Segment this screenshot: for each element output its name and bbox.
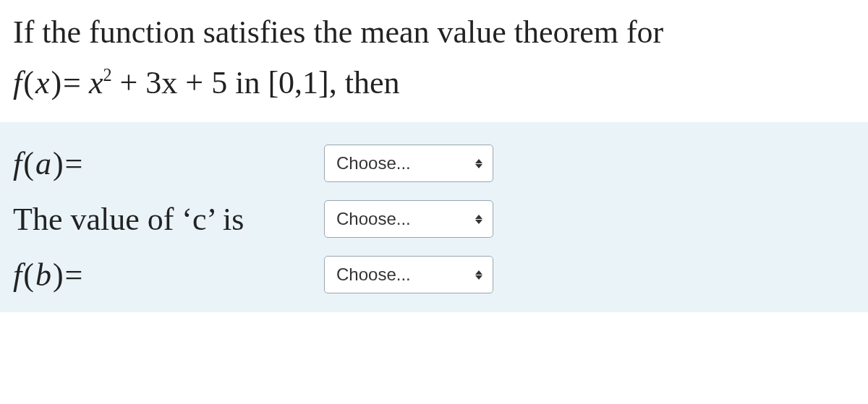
- up-down-caret-icon: [475, 215, 482, 224]
- svg-marker-0: [475, 159, 482, 163]
- row-fa: f(a)= Choose...: [13, 144, 868, 184]
- select-fa-value: Choose...: [336, 153, 411, 173]
- up-down-caret-icon: [475, 159, 482, 168]
- question-line-1: If the function satisfies the mean value…: [13, 7, 868, 58]
- question-text-1: If the function satisfies the mean value…: [13, 14, 663, 50]
- svg-marker-3: [475, 220, 482, 224]
- select-fb[interactable]: Choose...: [324, 256, 493, 293]
- select-fb-value: Choose...: [336, 265, 411, 285]
- up-down-caret-icon: [475, 270, 482, 280]
- svg-marker-1: [475, 164, 482, 168]
- question-formula: f(x)= x2 + 3x + 5: [13, 65, 235, 100]
- question-then: , then: [329, 65, 400, 100]
- question-in: in: [235, 65, 268, 100]
- question-interval: [0,1]: [268, 65, 328, 100]
- question-line-2: f(x)= x2 + 3x + 5 in [0,1], then: [13, 58, 868, 108]
- row-c: The value of ‘c’ is Choose...: [13, 199, 868, 239]
- label-fb: f(b)=: [13, 255, 324, 295]
- select-fa[interactable]: Choose...: [324, 145, 493, 182]
- row-fb: f(b)= Choose...: [13, 255, 868, 295]
- question-stem: If the function satisfies the mean value…: [0, 0, 868, 122]
- label-fa: f(a)=: [13, 144, 324, 184]
- select-c-value: Choose...: [336, 209, 411, 229]
- select-c[interactable]: Choose...: [324, 200, 493, 238]
- answers-block: f(a)= Choose... The value of ‘c’ is Choo…: [0, 122, 868, 312]
- label-c: The value of ‘c’ is: [13, 199, 324, 239]
- svg-marker-5: [475, 275, 482, 280]
- svg-marker-2: [475, 215, 482, 219]
- svg-marker-4: [475, 270, 482, 275]
